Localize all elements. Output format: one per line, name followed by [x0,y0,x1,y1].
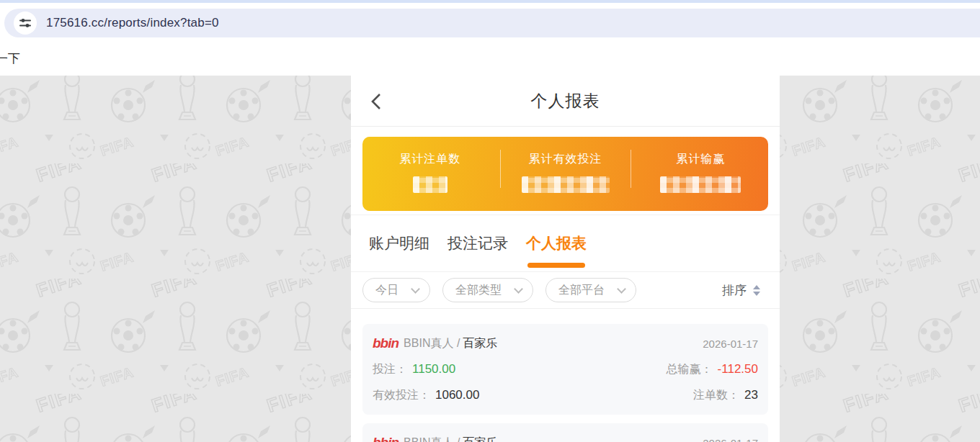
page-title: 个人报表 [351,90,780,112]
site-settings-icon[interactable] [14,12,37,35]
record-header: bbin BBIN真人 / 百家乐 2026-01-17 [373,335,758,351]
bbin-logo: bbin [373,335,398,351]
chevron-down-icon [617,284,626,294]
filter-date-label: 今日 [375,283,398,298]
tab-bar: 账户明细 投注记录 个人报表 [351,215,780,272]
stat-label: 累计注单数 [399,152,460,167]
summary-stats-card: 累计注单数 累计有效投注 累计输赢 [362,137,768,211]
stat-win-loss: 累计输赢 [633,137,768,211]
sort-arrows-icon [753,285,760,296]
game-name: 百家乐 [463,436,497,442]
back-button[interactable] [370,93,382,110]
record-card[interactable]: bbin BBIN真人 / 百家乐 2026-01-17 投注： 1150.00… [362,324,768,415]
stat-label: 累计有效投注 [529,152,602,167]
address-bar[interactable]: 175616.cc/reports/index?tab=0 [4,9,980,37]
panel-header: 个人报表 [351,76,780,127]
tab-account-details[interactable]: 账户明细 [369,215,429,272]
bbin-logo: bbin [373,435,398,442]
sort-label: 排序 [722,282,747,299]
sort-control[interactable]: 排序 [722,282,760,299]
stat-divider [500,150,501,188]
filter-bar: 今日 全部类型 全部平台 排序 [351,272,780,309]
chevron-down-icon [514,284,523,294]
record-row: 有效投注： 1060.00 注单数： 23 [373,388,758,403]
valid-bet-label: 有效投注： [373,388,430,403]
chevron-down-icon [411,284,420,294]
provider-name: BBIN真人 / [404,436,460,442]
personal-report-panel: 个人报表 累计注单数 累计有效投注 累计输赢 账户明细 投注记录 个人报表 今日… [351,76,780,442]
stat-divider [631,150,631,188]
tab-personal-report[interactable]: 个人报表 [526,215,587,272]
valid-bet-value: 1060.00 [435,388,479,402]
record-row: 投注： 1150.00 总输赢： -112.50 [373,362,758,377]
winloss-label: 总输赢： [667,362,713,377]
url-text[interactable]: 175616.cc/reports/index?tab=0 [46,16,219,30]
game-name: 百家乐 [463,336,497,351]
filter-platform-label: 全部平台 [558,283,605,298]
winloss-value: -112.50 [718,362,758,376]
stat-value-masked [522,176,610,193]
bet-label: 投注： [373,362,407,377]
tab-bet-records[interactable]: 投注记录 [447,215,508,272]
record-date: 2026-01-17 [703,437,758,442]
stat-valid-bet-amount: 累计有效投注 [498,137,633,211]
browser-tabstrip-edge [0,0,980,3]
filter-type-label: 全部类型 [455,283,502,298]
stat-label: 累计输赢 [676,152,725,167]
chevron-left-icon [370,93,381,110]
stat-total-bets: 累计注单数 [362,137,498,211]
record-card[interactable]: bbin BBIN真人 / 百家乐 2026-01-17 [362,423,768,442]
filter-type-dropdown[interactable]: 全部类型 [442,278,533,302]
bet-count-label: 注单数： [693,388,739,403]
record-list: bbin BBIN真人 / 百家乐 2026-01-17 投注： 1150.00… [351,309,780,442]
bet-value: 1150.00 [412,362,455,376]
stat-value-masked [413,176,447,193]
record-header: bbin BBIN真人 / 百家乐 2026-01-17 [373,435,758,442]
record-date: 2026-01-17 [703,338,758,350]
stat-value-masked [660,176,741,193]
filter-date-dropdown[interactable]: 今日 [362,278,430,302]
bet-count-value: 23 [744,388,758,402]
filter-platform-dropdown[interactable]: 全部平台 [545,278,636,302]
page-leftover-text: 一下 [0,50,20,67]
provider-name: BBIN真人 / [404,336,460,351]
browser-chrome: 175616.cc/reports/index?tab=0 [0,0,980,37]
